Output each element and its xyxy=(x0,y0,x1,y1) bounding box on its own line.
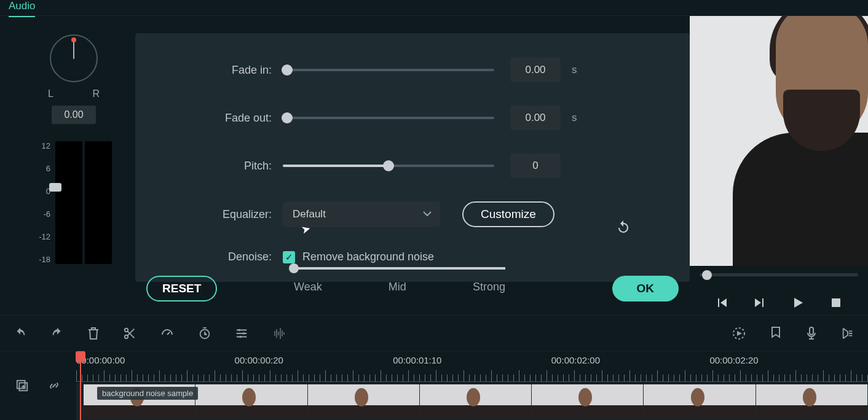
meter-tick: 0 xyxy=(36,187,50,196)
svg-point-4 xyxy=(239,329,241,331)
meter-tick: -6 xyxy=(36,209,50,219)
svg-point-6 xyxy=(239,335,242,338)
play-icon[interactable] xyxy=(792,297,804,309)
time-mark: 00:00:02:20 xyxy=(709,355,868,365)
pan-dial[interactable] xyxy=(50,34,98,82)
render-icon[interactable] xyxy=(732,326,746,341)
timeline: 00:00:00:00 00:00:00:20 00:00:01:10 00:0… xyxy=(0,351,868,420)
link-icon[interactable] xyxy=(47,379,61,392)
audio-properties-panel: Fade in: 0.00 s Fade out: 0.00 s Pitch: … xyxy=(135,33,690,282)
pitch-value[interactable]: 0 xyxy=(510,154,561,178)
reset-button[interactable]: RESET xyxy=(146,276,217,301)
prev-frame-icon[interactable] xyxy=(716,297,728,309)
adjust-icon[interactable] xyxy=(235,327,248,340)
equalizer-label: Equalizer: xyxy=(135,208,283,221)
pan-value: 0.00 xyxy=(52,106,95,124)
duration-icon[interactable] xyxy=(198,327,211,340)
pan-right-label: R xyxy=(92,88,100,99)
next-frame-icon[interactable] xyxy=(754,297,766,309)
time-mark: 00:00:01:10 xyxy=(393,355,551,365)
stop-icon[interactable] xyxy=(830,297,842,309)
denoise-checkbox-label: Remove background noise xyxy=(302,251,434,263)
equalizer-selected: Default xyxy=(293,208,326,220)
preview-scrubber[interactable] xyxy=(690,266,868,288)
split-icon[interactable] xyxy=(123,327,136,340)
timeline-track-controls xyxy=(0,351,76,420)
fade-out-unit: s xyxy=(572,112,577,124)
preview-controls xyxy=(690,288,868,315)
delete-icon[interactable] xyxy=(87,327,100,340)
preview-panel xyxy=(690,16,868,315)
clip-label: background noise sample xyxy=(97,387,198,400)
time-mark: 00:00:00:00 xyxy=(76,355,235,365)
denoise-slider[interactable] xyxy=(294,267,505,270)
fade-out-slider[interactable] xyxy=(283,117,494,119)
undo-icon[interactable] xyxy=(14,327,27,340)
mixer-icon[interactable] xyxy=(841,327,854,340)
meter-tick: 12 xyxy=(36,141,50,150)
add-track-icon[interactable] xyxy=(15,379,29,392)
fade-in-label: Fade in: xyxy=(135,64,283,77)
svg-rect-8 xyxy=(810,327,813,335)
fade-out-value[interactable]: 0.00 xyxy=(510,106,561,130)
fade-out-label: Fade out: xyxy=(135,112,283,125)
time-mark: 00:00:00:20 xyxy=(235,355,393,365)
pitch-label: Pitch: xyxy=(135,160,283,173)
fade-in-value[interactable]: 0.00 xyxy=(510,58,561,82)
fade-in-slider[interactable] xyxy=(283,69,494,71)
meter-tick: -18 xyxy=(36,255,50,264)
time-mark: 00:00:02:00 xyxy=(551,355,710,365)
equalizer-select[interactable]: Default xyxy=(283,201,440,227)
denoise-checkbox[interactable]: ✓ xyxy=(283,251,295,263)
video-track[interactable]: background noise sample xyxy=(76,383,868,420)
workspace: L R 0.00 12 6 0 -6 -12 -18 Fade in: 0.00 xyxy=(0,16,868,315)
reset-denoise-icon[interactable] xyxy=(616,220,631,235)
svg-rect-0 xyxy=(832,298,840,307)
left-controls: L R 0.00 12 6 0 -6 -12 -18 xyxy=(0,16,135,315)
customize-button[interactable]: Customize xyxy=(462,201,554,227)
denoise-label: Denoise: xyxy=(135,251,283,263)
meter-tick: -12 xyxy=(36,232,50,241)
fade-in-unit: s xyxy=(572,64,577,76)
volume-fader[interactable] xyxy=(55,141,112,267)
pan-left-label: L xyxy=(48,88,53,99)
timeline-ruler[interactable]: 00:00:00:00 00:00:00:20 00:00:01:10 00:0… xyxy=(76,351,868,382)
voiceover-icon[interactable] xyxy=(805,326,818,341)
chevron-down-icon xyxy=(423,211,432,217)
svg-point-5 xyxy=(243,332,245,335)
pitch-slider[interactable] xyxy=(283,165,494,167)
marker-icon[interactable] xyxy=(770,326,782,341)
playhead[interactable] xyxy=(80,351,81,420)
speed-icon[interactable] xyxy=(160,326,175,341)
preview-viewport xyxy=(690,16,868,266)
tab-audio[interactable]: Audio xyxy=(9,0,35,17)
meter-tick: 6 xyxy=(36,164,50,173)
volume-meter: 12 6 0 -6 -12 -18 xyxy=(36,141,112,267)
ok-button[interactable]: OK xyxy=(612,276,679,301)
timeline-clip[interactable]: background noise sample xyxy=(84,384,868,419)
timeline-toolbar xyxy=(0,315,868,351)
audio-wave-icon[interactable] xyxy=(272,327,288,340)
redo-icon[interactable] xyxy=(50,327,64,340)
tab-bar: Audio xyxy=(0,0,868,16)
